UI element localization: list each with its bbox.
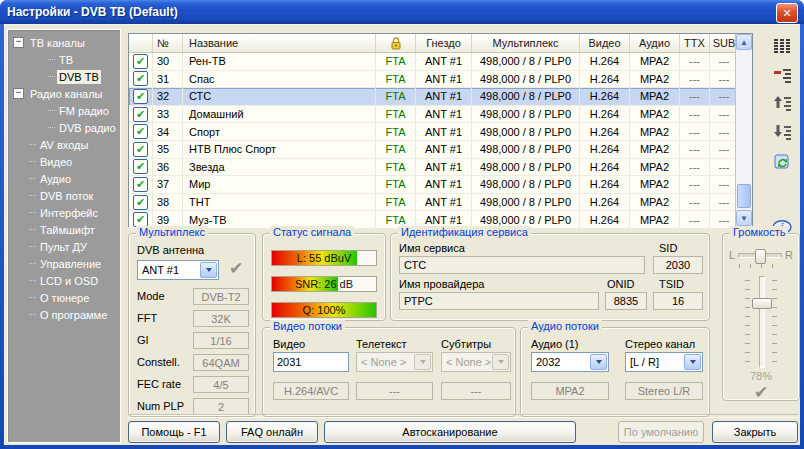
sidebar-item-about-tuner[interactable]: О тюнере <box>8 289 120 306</box>
close-button[interactable]: ✕ <box>776 3 798 23</box>
sidebar-item-lcd-osd[interactable]: LCD и OSD <box>8 272 120 289</box>
sidebar-item-audio[interactable]: Аудио <box>8 170 120 187</box>
sidebar-item-av-inputs[interactable]: AV входы <box>8 136 120 153</box>
autoscan-button[interactable]: Автосканирование <box>324 421 576 443</box>
chevron-down-icon[interactable] <box>590 354 607 370</box>
table-row[interactable]: ✔34СпортFTAANT #1498,000 / 8 / PLP0H.264… <box>129 123 752 141</box>
move-down-icon[interactable] <box>770 121 794 145</box>
table-row[interactable]: ✔38ТНТFTAANT #1498,000 / 8 / PLP0H.264MP… <box>129 194 752 212</box>
header-lock[interactable] <box>376 34 416 52</box>
cell-sub: --- <box>710 159 738 177</box>
header-ttx[interactable]: TTX <box>680 34 710 52</box>
scroll-up-button[interactable]: ▲ <box>736 34 752 50</box>
sidebar-item-video[interactable]: Видео <box>8 153 120 170</box>
table-row[interactable]: ✔32СТСFTAANT #1498,000 / 8 / PLP0H.264MP… <box>129 88 752 106</box>
antenna-apply-check-icon[interactable]: ✔ <box>229 258 243 279</box>
table-row[interactable]: ✔37МирFTAANT #1498,000 / 8 / PLP0H.264MP… <box>129 176 752 194</box>
sidebar-item-remote-control[interactable]: Пульт ДУ <box>8 238 120 255</box>
sidebar-item-about-app[interactable]: О программе <box>8 306 120 323</box>
header-slot[interactable]: Гнездо <box>416 34 472 52</box>
audio-pid-combobox[interactable]: 2032 <box>531 352 609 372</box>
channel-checkbox[interactable]: ✔ <box>133 124 148 139</box>
channel-list-icon[interactable] <box>770 34 794 58</box>
cell-ttx: --- <box>680 106 710 124</box>
header-sub[interactable]: SUB <box>710 34 738 52</box>
settings-window: Настройки - DVB ТВ (Default) ✕ −ТВ канал… <box>0 0 804 449</box>
channel-checkbox[interactable]: ✔ <box>133 54 148 69</box>
scroll-thumb[interactable] <box>737 184 751 208</box>
sidebar-item-tv-channels[interactable]: −ТВ каналы <box>8 34 120 51</box>
cell-check[interactable]: ✔ <box>129 106 153 124</box>
sidebar-item-dvb-stream[interactable]: DVB поток <box>8 187 120 204</box>
volume-slider-track[interactable] <box>759 276 765 368</box>
constell-field: 64QAM <box>193 354 249 371</box>
cell-ttx: --- <box>680 88 710 106</box>
collapse-icon[interactable]: − <box>13 37 24 48</box>
sidebar-item-label: DVB ТВ <box>57 70 101 84</box>
sidebar-item-fm-radio[interactable]: FM радио <box>8 102 120 119</box>
cell-check[interactable]: ✔ <box>129 194 153 212</box>
video-pid-input[interactable] <box>273 352 349 372</box>
cell-check[interactable]: ✔ <box>129 71 153 89</box>
sidebar-item-radio-channels[interactable]: −Радио каналы <box>8 85 120 102</box>
header-check[interactable] <box>129 34 153 52</box>
subtitles-label: Субтитры <box>441 338 491 350</box>
collapse-icon[interactable]: − <box>13 88 24 99</box>
sidebar-item-timeshift[interactable]: Таймшифт <box>8 221 120 238</box>
rescan-icon[interactable] <box>770 150 794 174</box>
table-row[interactable]: ✔35НТВ Плюс СпортFTAANT #1498,000 / 8 / … <box>129 141 752 159</box>
cell-check[interactable]: ✔ <box>129 123 153 141</box>
channel-checkbox[interactable]: ✔ <box>133 89 148 104</box>
balance-thumb[interactable] <box>755 249 766 264</box>
table-row[interactable]: ✔33ДомашнийFTAANT #1498,000 / 8 / PLP0H.… <box>129 106 752 124</box>
channel-checkbox[interactable]: ✔ <box>133 142 148 157</box>
sidebar-item-dvb-radio[interactable]: DVB радио <box>8 119 120 136</box>
cell-fta: FTA <box>376 53 416 71</box>
chevron-down-icon[interactable] <box>200 262 217 278</box>
channel-checkbox[interactable]: ✔ <box>133 159 148 174</box>
faq-button[interactable]: FAQ онлайн <box>226 421 318 443</box>
num-plp-field: 2 <box>193 398 249 415</box>
default-button: По умолчанию <box>618 421 704 443</box>
help-button[interactable]: Помощь - F1 <box>128 421 220 443</box>
volume-slider-thumb[interactable] <box>752 298 772 309</box>
channel-checkbox[interactable]: ✔ <box>133 107 148 122</box>
cell-name: Домашний <box>183 106 376 124</box>
scroll-down-button[interactable]: ▼ <box>736 210 752 226</box>
header-video[interactable]: Видео <box>580 34 630 52</box>
table-row[interactable]: ✔36ЗвездаFTAANT #1498,000 / 8 / PLP0H.26… <box>129 159 752 177</box>
table-row[interactable]: ✔31СпасFTAANT #1498,000 / 8 / PLP0H.264M… <box>129 71 752 89</box>
cell-slot: ANT #1 <box>416 71 472 89</box>
vertical-scrollbar[interactable]: ▲ ▼ <box>735 34 752 226</box>
channel-checkbox[interactable]: ✔ <box>133 71 148 86</box>
move-up-icon[interactable] <box>770 92 794 116</box>
onid-field: 8835 <box>605 292 647 310</box>
cell-check[interactable]: ✔ <box>129 176 153 194</box>
channel-checkbox[interactable]: ✔ <box>133 212 148 227</box>
sidebar-item-control[interactable]: Управление <box>8 255 120 272</box>
cell-check[interactable]: ✔ <box>129 141 153 159</box>
cell-check[interactable]: ✔ <box>129 159 153 177</box>
renumber-list-icon[interactable] <box>770 63 794 87</box>
stereo-combobox[interactable]: [L / R] <box>625 352 703 372</box>
header-name[interactable]: Название <box>183 34 376 52</box>
header-mux[interactable]: Мультиплекс <box>472 34 580 52</box>
balance-track[interactable] <box>738 253 782 258</box>
signal-level-bar: L: 55 dBuV <box>271 250 377 266</box>
close-dialog-button[interactable]: Закрыть <box>712 421 798 443</box>
channel-checkbox[interactable]: ✔ <box>133 195 148 210</box>
header-num[interactable]: № <box>153 34 183 52</box>
table-row[interactable]: ✔30Рен-ТВFTAANT #1498,000 / 8 / PLP0H.26… <box>129 53 752 71</box>
service-name-field: СТС <box>399 256 645 274</box>
cell-audio: MPA2 <box>630 71 680 89</box>
channel-checkbox[interactable]: ✔ <box>133 177 148 192</box>
cell-check[interactable]: ✔ <box>129 53 153 71</box>
volume-apply-check-icon[interactable]: ✔ <box>723 382 799 403</box>
antenna-combobox[interactable]: ANT #1 <box>137 260 219 280</box>
header-audio[interactable]: Аудио <box>630 34 680 52</box>
sidebar-item-tv[interactable]: ТВ <box>8 51 120 68</box>
cell-check[interactable]: ✔ <box>129 88 153 106</box>
chevron-down-icon[interactable] <box>684 354 701 370</box>
sidebar-item-interface[interactable]: Интерфейс <box>8 204 120 221</box>
sidebar-item-dvb-tv[interactable]: DVB ТВ <box>8 68 120 85</box>
